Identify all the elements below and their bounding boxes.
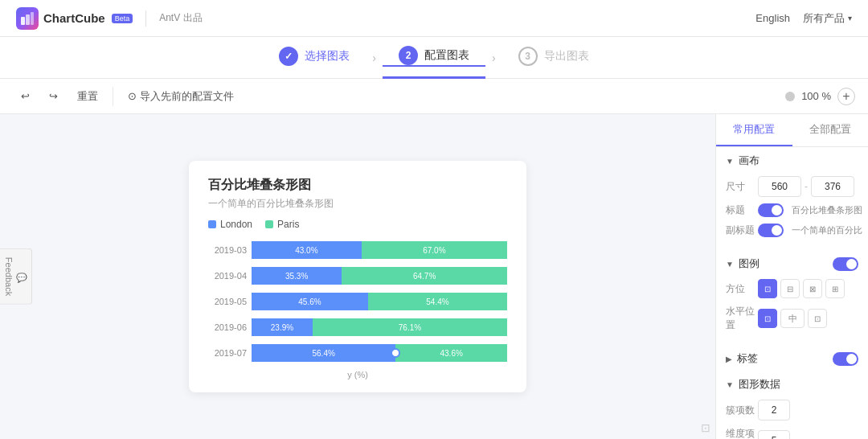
section-canvas-title-row: ▼ 画布 <box>726 154 760 168</box>
step-3-wrapper[interactable]: 3 导出图表 <box>502 37 605 79</box>
chart-card: 百分比堆叠条形图 一个简单的百分比堆叠条形图 London Paris 2019… <box>189 161 526 392</box>
subtitle-field-value: 一个简单的百分比 <box>758 224 862 237</box>
legend-item-london: London <box>208 219 252 230</box>
bar-seg-green-2019-06: 76.1% <box>313 318 507 336</box>
title-field-label: 标题 <box>726 203 758 217</box>
logo-icon <box>16 7 39 30</box>
products-button[interactable]: 所有产品 ▾ <box>803 11 852 26</box>
chart-title: 百分比堆叠条形图 <box>208 177 507 194</box>
zoom-area: 100 % + <box>785 88 855 105</box>
step-2-wrapper[interactable]: 2 配置图表 <box>383 37 485 79</box>
size-value: - <box>758 176 858 197</box>
pos-btn-1[interactable]: ⊡ <box>758 279 777 298</box>
resize-handle[interactable]: ⊡ <box>701 421 710 434</box>
bar-label-2019-04: 2019-04 <box>208 271 247 281</box>
bar-row-2019-07: 2019-0756.4%43.6% <box>208 344 507 362</box>
section-chart-data-arrow: ▼ <box>726 380 734 389</box>
pos-btn-4[interactable]: ⊞ <box>825 279 845 298</box>
section-legend-header[interactable]: ▼ 图例 <box>716 250 868 276</box>
subtitle-preview: 一个简单的百分比 <box>792 224 862 236</box>
section-legend-title-row: ▼ 图例 <box>726 256 760 271</box>
step-1-circle: ✓ <box>279 47 298 66</box>
section-chart-data-title: 图形数据 <box>739 377 780 392</box>
step-3-label: 导出图表 <box>544 49 589 64</box>
step-1-label: 选择图表 <box>305 49 350 64</box>
chart-body: 2019-0343.0%67.0%2019-0435.3%64.7%2019-0… <box>208 241 507 362</box>
legend-toggle[interactable] <box>833 257 858 271</box>
bar-label-2019-05: 2019-05 <box>208 297 247 306</box>
step-1[interactable]: ✓ 选择图表 <box>263 47 366 66</box>
section-chart-data: ▼ 图形数据 簇项数 维度项数 <box>716 371 868 439</box>
title-field-row: 标题 百分比堆叠条形图 <box>726 203 858 217</box>
pos-btn-3[interactable]: ⊠ <box>803 279 822 298</box>
bar-track-2019-06: 23.9%76.1% <box>252 318 507 336</box>
step-3[interactable]: 3 导出图表 <box>502 47 605 66</box>
legend-label-london: London <box>220 219 252 230</box>
dims-input[interactable] <box>758 430 790 439</box>
bar-seg-blue-2019-03: 43.0% <box>252 241 362 259</box>
tab-all[interactable]: 全部配置 <box>792 114 869 146</box>
bar-label-2019-07: 2019-07 <box>208 348 247 358</box>
step-2[interactable]: 2 配置图表 <box>383 46 485 67</box>
legend-hpos-label: 水平位置 <box>726 305 758 332</box>
hpos-btn-3[interactable]: ⊡ <box>808 309 827 328</box>
measures-row: 簇项数 <box>726 400 858 421</box>
bar-circle-marker <box>391 348 400 358</box>
hpos-btn-2[interactable]: 中 <box>780 309 805 328</box>
legend-pos-label: 方位 <box>726 282 758 296</box>
bar-label-2019-03: 2019-03 <box>208 245 247 255</box>
zoom-dot-icon <box>785 92 795 101</box>
title-toggle[interactable] <box>758 203 784 217</box>
bar-seg-blue-2019-04: 35.3% <box>252 267 342 285</box>
section-chart-data-header[interactable]: ▼ 图形数据 <box>716 371 868 396</box>
bar-row-2019-05: 2019-0545.6%54.4% <box>208 293 507 310</box>
section-label-arrow: ▶ <box>726 355 732 363</box>
label-toggle[interactable] <box>833 352 858 366</box>
bar-seg-blue-2019-06: 23.9% <box>252 318 313 336</box>
import-icon: ⊙ <box>128 90 137 102</box>
feedback-icon: 💬 <box>17 272 27 282</box>
bar-row-2019-03: 2019-0343.0%67.0% <box>208 241 507 259</box>
hpos-btn-1[interactable]: ⊡ <box>758 309 777 328</box>
zoom-in-button[interactable]: + <box>837 88 855 105</box>
reset-button[interactable]: 重置 <box>69 85 106 108</box>
redo-button[interactable]: ↪ <box>41 86 66 106</box>
size-field-row: 尺寸 - <box>726 176 858 197</box>
redo-icon: ↪ <box>49 90 58 102</box>
title-field-value: 百分比堆叠条形图 <box>758 203 862 217</box>
legend-hpos-options: ⊡ 中 ⊡ <box>758 309 827 328</box>
chart-legend: London Paris <box>208 219 507 230</box>
section-label-header[interactable]: ▶ 标签 <box>716 345 868 371</box>
bar-seg-blue-2019-05: 45.6% <box>252 293 368 310</box>
pos-btn-2[interactable]: ⊟ <box>780 279 800 298</box>
width-input[interactable] <box>758 176 801 197</box>
zoom-value: 100 % <box>801 90 831 102</box>
subtitle-toggle[interactable] <box>758 224 784 237</box>
step-2-label: 配置图表 <box>424 48 469 63</box>
step-2-circle: 2 <box>399 46 418 65</box>
feedback-tab[interactable]: 💬 Feedback <box>0 248 32 305</box>
chevron-down-icon: ▾ <box>848 14 852 23</box>
import-config-button[interactable]: ⊙ 导入先前的配置文件 <box>120 85 242 108</box>
legend-dot-paris <box>265 220 273 228</box>
size-dash: - <box>805 181 808 192</box>
import-label: 导入先前的配置文件 <box>140 89 234 104</box>
measures-label: 簇项数 <box>726 404 758 417</box>
right-panel: 常用配置 全部配置 ▼ 画布 尺寸 - <box>715 114 868 439</box>
language-button[interactable]: English <box>755 12 790 24</box>
undo-button[interactable]: ↩ <box>13 86 38 106</box>
subtitle-field-row: 副标题 一个简单的百分比 <box>726 224 858 237</box>
section-canvas-header[interactable]: ▼ 画布 <box>716 147 868 173</box>
measures-input[interactable] <box>758 400 790 421</box>
section-chart-data-title-row: ▼ 图形数据 <box>726 377 780 392</box>
bar-track-2019-05: 45.6%54.4% <box>252 293 507 310</box>
subtitle-field-label: 副标题 <box>726 224 758 237</box>
bar-seg-green-2019-07: 43.6% <box>395 344 507 362</box>
toolbar-divider <box>113 87 113 106</box>
panel-tabs: 常用配置 全部配置 <box>716 114 868 147</box>
height-input[interactable] <box>811 176 854 197</box>
tab-common[interactable]: 常用配置 <box>716 114 792 146</box>
step-1-wrapper[interactable]: ✓ 选择图表 <box>263 37 366 79</box>
legend-label-paris: Paris <box>277 219 299 230</box>
legend-item-paris: Paris <box>265 219 299 230</box>
